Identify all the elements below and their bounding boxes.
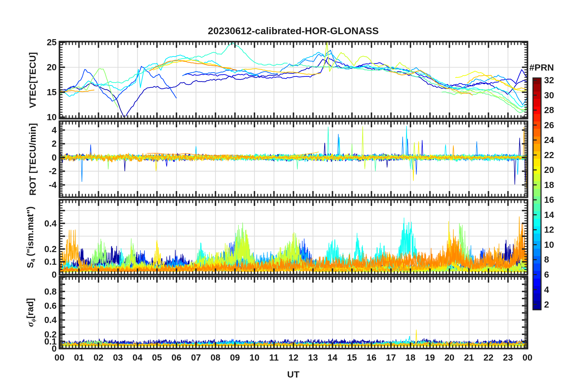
x-tick-label: 17 — [386, 353, 396, 362]
colorbar-tick-label: 20 — [544, 165, 554, 174]
x-tick-label: 23 — [503, 353, 513, 362]
colorbar-tick-label: 28 — [544, 106, 554, 115]
colorbar-tick-label: 14 — [544, 210, 554, 219]
x-tick-label: 21 — [464, 353, 474, 362]
colorbar-tick-label: 10 — [544, 240, 554, 249]
x-tick-label: 16 — [367, 353, 376, 362]
x-tick-label: 14 — [328, 353, 337, 362]
colorbar-tick-label: 6 — [544, 270, 549, 279]
colorbar-tick-label: 16 — [544, 195, 554, 204]
x-tick-label: 19 — [425, 353, 435, 362]
x-tick-label: 13 — [308, 353, 318, 362]
x-tick-label: 01 — [74, 353, 84, 362]
x-tick-label: 11 — [269, 353, 279, 362]
colorbar-tick-label: 32 — [544, 76, 554, 85]
y-tick-label-rot: 4 — [0, 125, 57, 134]
colorbar-tick-label: 2 — [544, 300, 549, 309]
y-axis-label-vtec: VTEC[TECU] — [27, 52, 38, 108]
colorbar-tick-label: 12 — [544, 225, 554, 234]
x-tick-label: 15 — [347, 353, 357, 362]
y-tick-label-s4: 0.4 — [0, 219, 57, 228]
y-tick-label-sigma_phi: 0.4 — [0, 316, 57, 325]
y-tick-label-vtec: 25 — [0, 38, 57, 47]
x-tick-label: 12 — [288, 353, 298, 362]
y-tick-label-vtec: 15 — [0, 88, 57, 97]
y-tick-label-vtec: 20 — [0, 63, 57, 72]
x-tick-label: 10 — [250, 353, 259, 362]
x-tick-label: 02 — [93, 353, 103, 362]
colorbar-tick-label: 18 — [544, 180, 554, 189]
colorbar-tick-label: 22 — [544, 150, 554, 159]
x-tick-label: 08 — [210, 353, 220, 362]
y-tick-label-s4: 0.1 — [0, 257, 57, 266]
colorbar-tick-label: 4 — [544, 285, 549, 294]
y-tick-label-sigma_phi: 0.6 — [0, 301, 57, 310]
colorbar-tick-label: 24 — [544, 136, 554, 145]
plot-canvas — [0, 0, 586, 392]
y-tick-label-sigma_phi: 0 — [0, 344, 57, 353]
figure: 20230612-calibrated-HOR-GLONASS VTEC[TEC… — [0, 0, 586, 392]
y-tick-label-s4: 0.2 — [0, 244, 57, 253]
y-tick-label-sigma_phi: 0.8 — [0, 287, 57, 296]
y-tick-label-rot: 0 — [0, 153, 57, 162]
colorbar-tick-label: 30 — [544, 91, 554, 100]
colorbar-title: #PRN — [529, 62, 554, 73]
x-tick-label: 03 — [113, 353, 123, 362]
chart-title: 20230612-calibrated-HOR-GLONASS — [208, 25, 379, 37]
x-tick-label: 06 — [172, 353, 181, 362]
x-tick-label: 07 — [191, 353, 201, 362]
x-tick-label: 22 — [483, 353, 493, 362]
x-tick-label: 20 — [445, 353, 454, 362]
y-tick-label-rot: -2 — [0, 167, 57, 176]
x-tick-label: 04 — [132, 353, 142, 362]
colorbar-tick-label: 8 — [544, 255, 549, 264]
x-tick-label: 18 — [405, 353, 415, 362]
x-tick-label: 09 — [230, 353, 240, 362]
x-axis-label: UT — [287, 369, 299, 380]
x-tick-label: 00 — [55, 353, 64, 362]
y-tick-label-rot: -4 — [0, 180, 57, 189]
y-tick-label-vtec: 10 — [0, 113, 57, 122]
colorbar-tick-label: 26 — [544, 120, 554, 129]
x-tick-label: 00 — [523, 353, 532, 362]
y-tick-label-s4: 0 — [0, 270, 57, 279]
x-tick-label: 05 — [152, 353, 162, 362]
y-tick-label-rot: 2 — [0, 139, 57, 148]
y-axis-label-vtec-text: VTEC[TECU] — [27, 52, 38, 108]
